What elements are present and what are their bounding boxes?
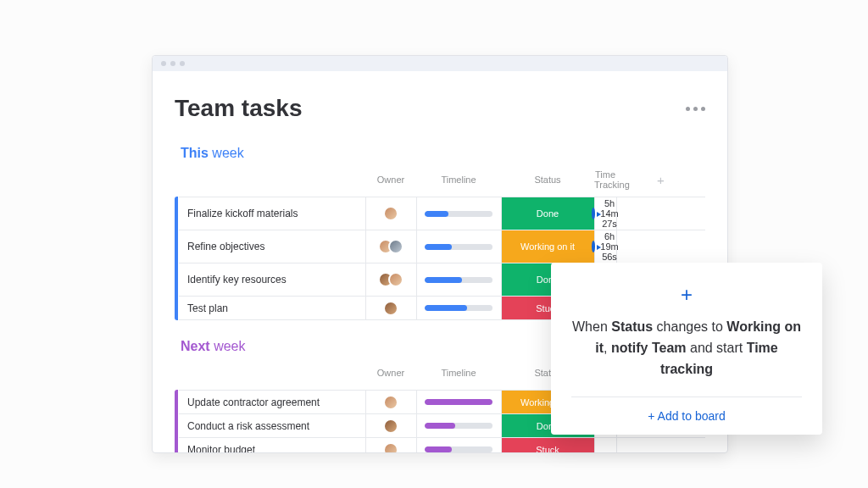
avatar	[383, 419, 398, 434]
play-icon[interactable]	[592, 241, 595, 252]
owner-cell[interactable]	[365, 197, 416, 230]
status-cell[interactable]: Stuck	[501, 438, 594, 453]
owner-cell[interactable]	[365, 391, 416, 414]
owner-cell[interactable]	[365, 263, 416, 297]
timeline-cell[interactable]	[416, 297, 501, 320]
timeline-cell[interactable]	[416, 197, 501, 230]
group-title[interactable]: This week	[181, 146, 705, 161]
window-chrome	[153, 56, 727, 71]
col-timeline[interactable]: Timeline	[416, 166, 501, 197]
status-cell[interactable]: Working on it	[501, 230, 594, 263]
owner-cell[interactable]	[365, 297, 416, 320]
task-name-cell[interactable]: Update contractor agreement	[179, 391, 365, 414]
avatar	[383, 395, 398, 410]
timeline-cell[interactable]	[416, 414, 501, 438]
empty-cell	[616, 197, 705, 230]
avatar	[383, 301, 398, 316]
col-timeline[interactable]: Timeline	[416, 359, 501, 391]
table-row[interactable]: Refine objectivesWorking on it6h 19m 56s	[179, 230, 705, 263]
add-to-board-button[interactable]: + Add to board	[571, 396, 802, 423]
task-name-cell[interactable]: Refine objectives	[179, 230, 365, 263]
timeline-cell[interactable]	[416, 230, 501, 263]
automation-rule-text: When Status changes to Working on it, no…	[571, 317, 802, 380]
owner-cell[interactable]	[365, 438, 416, 453]
empty-cell	[616, 438, 705, 453]
task-name-cell[interactable]: Test plan	[179, 297, 365, 320]
avatar	[388, 272, 403, 287]
time-tracking-cell[interactable]: 5h 14m 27s	[594, 197, 616, 230]
owner-cell[interactable]	[365, 230, 416, 263]
page-title: Team tasks	[175, 95, 302, 122]
task-name-cell[interactable]: Identify key resources	[179, 263, 365, 297]
play-icon[interactable]	[592, 208, 595, 219]
more-menu-button[interactable]	[686, 107, 705, 111]
plus-icon: +	[571, 285, 802, 305]
timeline-cell[interactable]	[416, 391, 501, 414]
task-name-cell[interactable]: Finalize kickoff materials	[179, 197, 365, 230]
avatar	[383, 442, 398, 453]
task-name-cell[interactable]: Monitor budget	[179, 438, 365, 453]
table-row[interactable]: Finalize kickoff materialsDone5h 14m 27s	[179, 197, 705, 230]
time-tracking-cell[interactable]: 6h 19m 56s	[594, 230, 616, 263]
table-row[interactable]: Monitor budgetStuck	[179, 438, 705, 453]
col-owner[interactable]: Owner	[365, 359, 416, 391]
owner-cell[interactable]	[365, 414, 416, 438]
title-row: Team tasks	[175, 95, 705, 122]
automation-card: + When Status changes to Working on it, …	[551, 263, 822, 435]
avatar	[388, 239, 403, 254]
avatar	[383, 206, 398, 221]
status-cell[interactable]: Done	[501, 197, 594, 230]
task-name-cell[interactable]: Conduct a risk assessment	[179, 414, 365, 438]
timeline-cell[interactable]	[416, 438, 501, 453]
col-owner[interactable]: Owner	[365, 166, 416, 197]
col-time-tracking[interactable]: Time Tracking	[594, 166, 616, 197]
timeline-cell[interactable]	[416, 263, 501, 297]
empty-cell	[616, 230, 705, 263]
time-tracking-cell[interactable]	[594, 438, 616, 453]
col-status[interactable]: Status	[501, 166, 594, 197]
